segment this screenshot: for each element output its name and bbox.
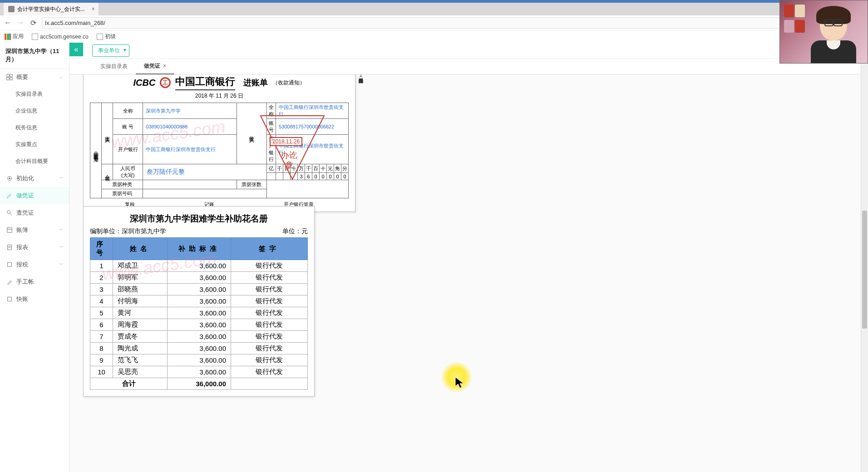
- svg-rect-10: [8, 245, 12, 250]
- receipt-header: ICBC 工 中国工商银行 进账单 （收款通知） 2018 年 11 月 26 …: [90, 75, 349, 100]
- bank-receipt-document: www.acc5.com ICBC 工 中国工商银行 进账单 （收款通知） 20…: [83, 74, 355, 212]
- page-icon: [97, 34, 103, 40]
- cursor-highlight: [441, 361, 473, 393]
- sidebar-item-zhangbu[interactable]: 账簿 ﹀: [0, 221, 69, 239]
- tab-title: 会计学堂实操中心_会计实...: [17, 5, 85, 13]
- bookmark-acc5[interactable]: acc5com.gensee.co: [32, 34, 89, 40]
- pen-icon: [6, 279, 13, 285]
- table-row: 1邓成卫3,600.00银行代发: [90, 260, 308, 272]
- tax-icon: [6, 261, 13, 268]
- chevron-down-icon: ﹀: [59, 227, 64, 233]
- favicon-icon: [8, 6, 15, 12]
- page-icon: [32, 34, 38, 40]
- doc-type: 进账单: [243, 77, 268, 88]
- sidebar-overview[interactable]: 概要 ︿: [0, 69, 69, 86]
- sidebar-item-kuaizhang[interactable]: 快账: [0, 290, 69, 308]
- table-row: 2郭明军3,600.00银行代发: [90, 272, 308, 284]
- app-container: 深圳市第九中学（11月） 概要 ︿ 实操目录表 企业信息 税务信息 实操重点 会…: [0, 43, 868, 472]
- svg-rect-2: [7, 78, 9, 80]
- vertical-scrollbar[interactable]: [861, 43, 868, 472]
- tab-mulu[interactable]: 实操目录表: [92, 59, 136, 74]
- close-icon[interactable]: ×: [92, 6, 95, 12]
- sidebar-item-mulu[interactable]: 实操目录表: [0, 86, 69, 103]
- sidebar-item-kemu[interactable]: 会计科目概要: [0, 153, 69, 170]
- svg-point-5: [9, 177, 10, 179]
- doc-subtitle: （收款通知）: [272, 79, 305, 87]
- chevron-down-icon: ﹀: [59, 175, 64, 182]
- svg-rect-8: [7, 228, 12, 233]
- table-row: 8陶光成3,600.00银行代发: [90, 343, 308, 354]
- sidebar-item-chapingzheng[interactable]: 查凭证: [0, 204, 69, 221]
- sidebar-item-zhongdian[interactable]: 实操重点: [0, 136, 69, 153]
- cursor-icon: [454, 376, 464, 392]
- svg-rect-1: [10, 74, 12, 77]
- side-note: １此联是开户银行交给持（出）票人的回单: [357, 74, 364, 75]
- tab-zuopz[interactable]: 做凭证×: [136, 59, 174, 74]
- address-bar: ← → ⟳ lx.acc5.com/main_268/: [0, 15, 868, 30]
- table-row: 9范飞飞3,600.00银行代发: [90, 354, 308, 366]
- icbc-logo-icon: 工: [160, 77, 171, 88]
- table-row: 6周海霞3,600.00银行代发: [90, 319, 308, 331]
- sidebar-item-zuopingzheng[interactable]: 做凭证: [0, 187, 69, 204]
- bookmark-chuji[interactable]: 初级: [97, 33, 116, 40]
- svg-rect-14: [8, 297, 12, 301]
- svg-rect-3: [10, 78, 12, 80]
- roster-title: 深圳市第九中学困难学生补助花名册: [90, 213, 308, 225]
- grid-icon: [6, 74, 13, 80]
- roster-table: 序号 姓名 补助标准 签字 1邓成卫3,600.00银行代发2郭明军3,600.…: [90, 237, 308, 390]
- sidebar-item-shougong[interactable]: 手工帐: [0, 273, 69, 290]
- apps-icon: [5, 34, 11, 40]
- table-row: 7贾成冬3,600.00银行代发: [90, 331, 308, 343]
- receipt-table: 会计学堂教学专用 出票人 全称 深圳市第九中学 收款人 全称 中国工商银行深圳市…: [90, 103, 349, 198]
- back-icon[interactable]: ←: [4, 19, 12, 27]
- browser-tab[interactable]: 会计学堂实操中心_会计实... ×: [4, 3, 99, 15]
- svg-rect-13: [8, 263, 12, 267]
- fast-icon: [6, 296, 13, 302]
- bank-name: 中国工商银行: [175, 75, 235, 90]
- gear-icon: [6, 175, 13, 182]
- sub-tabs: 实操目录表 做凭证×: [69, 59, 868, 74]
- collapse-sidebar-button[interactable]: «: [69, 43, 83, 56]
- roster-document: www.acc5.com 深圳市第九中学困难学生补助花名册 编制单位：深圳市第九…: [83, 206, 315, 397]
- chevron-up-icon: ︿: [59, 74, 64, 80]
- sidebar-item-shuiwu[interactable]: 税务信息: [0, 119, 69, 136]
- roster-total-row: 合计 36,000.00: [90, 378, 308, 390]
- bookmark-bar: 应用 acc5com.gensee.co 初级: [0, 30, 868, 43]
- apps-button[interactable]: 应用: [5, 33, 24, 40]
- content-area: www.acc5.com ICBC 工 中国工商银行 进账单 （收款通知） 20…: [69, 74, 868, 472]
- icbc-text: ICBC: [133, 78, 156, 88]
- presenter-figure: [809, 4, 858, 63]
- search-icon: [6, 210, 13, 216]
- sidebar-item-chushihua[interactable]: 初始化 ﹀: [0, 170, 69, 187]
- svg-rect-0: [7, 74, 9, 77]
- table-row: 10吴思亮3,600.00银行代发: [90, 366, 308, 378]
- sidebar-item-baoshui[interactable]: 报税 ﹀: [0, 256, 69, 273]
- tab-bar: 会计学堂实操中心_会计实... ×: [0, 0, 868, 15]
- roster-meta: 编制单位：深圳市第九中学 单位：元: [90, 227, 308, 236]
- browser-chrome: 会计学堂实操中心_会计实... × ← → ⟳ lx.acc5.com/main…: [0, 0, 868, 43]
- reload-icon[interactable]: ⟳: [29, 19, 37, 27]
- table-row: 4付明海3,600.00银行代发: [90, 295, 308, 307]
- org-type-dropdown[interactable]: 事业单位: [92, 44, 129, 57]
- edit-icon: [6, 192, 13, 199]
- sidebar-item-qiye[interactable]: 企业信息: [0, 103, 69, 119]
- top-controls: 事业单位 张师师老师 （SVIP会员）: [69, 43, 868, 59]
- svg-line-7: [10, 213, 12, 215]
- sidebar-item-baobiao[interactable]: 报表 ﹀: [0, 239, 69, 256]
- webcam-overlay: [779, 0, 868, 64]
- sidebar: 深圳市第九中学（11月） 概要 ︿ 实操目录表 企业信息 税务信息 实操重点 会…: [0, 43, 69, 472]
- url-input[interactable]: lx.acc5.com/main_268/: [42, 17, 864, 29]
- forward-icon[interactable]: →: [16, 19, 25, 27]
- chevron-down-icon: ﹀: [59, 244, 64, 251]
- scrollbar-thumb[interactable]: [862, 211, 867, 329]
- book-icon: [6, 227, 13, 233]
- svg-point-6: [7, 211, 10, 214]
- shelf-decoration: [784, 4, 806, 31]
- receipt-date: 2018 年 11 月 26 日: [90, 92, 349, 100]
- side-label: 会计学堂教学专用: [90, 103, 102, 198]
- chevron-down-icon: ﹀: [59, 261, 64, 268]
- table-row: 5黄河3,600.00银行代发: [90, 307, 308, 319]
- close-icon[interactable]: ×: [163, 63, 166, 69]
- main-content: « 事业单位 张师师老师 （SVIP会员） 实操目录表 做凭证× www.acc…: [69, 43, 868, 472]
- table-row: 3邵晓燕3,600.00银行代发: [90, 284, 308, 295]
